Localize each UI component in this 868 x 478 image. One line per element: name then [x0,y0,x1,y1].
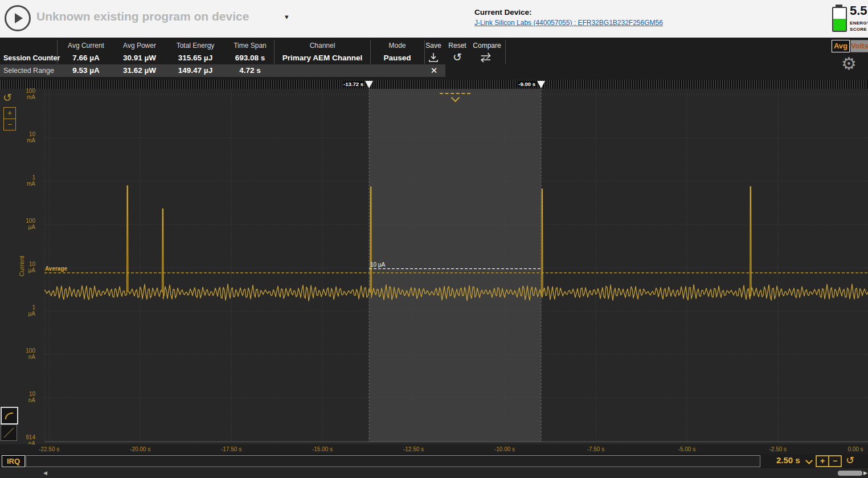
window-span-value[interactable]: 2.50 s [776,455,800,465]
y-tick-10-mA: 10mA [17,131,35,144]
x-tick: -10.00 s [494,446,515,452]
channel-value: Primary AEM Channel [274,54,371,62]
x-axis: -22.50 s-20.00 s-17.50 s-15.00 s-12.50 s… [0,444,868,454]
scroll-left-arrow-icon[interactable]: ◀ [43,470,47,476]
selection-end-time-label: -9.00 s [517,81,537,87]
selection-end-marker[interactable] [537,81,545,88]
log-curve-icon [2,408,17,423]
save-button[interactable] [420,52,447,64]
program-title: Unknown existing program on device [36,10,249,23]
selection-start-time-label: -13.72 s [342,81,365,87]
x-tick: -20.00 s [130,446,150,452]
y-tick-1-µA: 1µA [17,304,35,317]
linear-line-icon [1,425,17,440]
play-button[interactable] [5,5,31,31]
energy-profiler-window: Unknown existing program on device ▾ Cur… [0,0,868,478]
x-tick: -2.50 s [769,446,787,452]
x-tick: -22.50 s [39,446,59,452]
mode-header: Mode [370,42,424,50]
mode-value: Paused [370,54,424,62]
log-scale-toggle-button[interactable] [1,407,18,424]
span-decrease-button[interactable]: − [828,456,841,466]
compare-button[interactable] [473,52,501,64]
x-tick: -7.50 s [587,446,605,452]
current-chart[interactable]: 100mA10mA1mA100µA10µA1µA100nA10nA914pA C… [0,89,868,444]
battery-fill [833,19,846,31]
selected-avg-power: 31.62 µW [108,66,171,75]
scroll-right-arrow-icon[interactable]: ▶ [863,470,867,476]
top-toolbar: Unknown existing program on device ▾ Cur… [0,0,868,38]
irq-track[interactable] [26,455,760,467]
reset-button[interactable]: ↺ [444,52,471,64]
window-reset-icon[interactable]: ↺ [846,454,854,467]
chart-reset-zoom-icon[interactable]: ↺ [3,92,12,104]
chart-zoom-group: + − [3,107,16,130]
time-ruler[interactable]: -13.72 s -9.00 s [0,80,868,89]
x-tick: -15.00 s [312,446,333,452]
selection-start-marker[interactable] [365,81,373,88]
y-tick-100-nA: 100nA [17,348,35,360]
energy-score-label-2: SCORE [850,27,867,32]
col-header-total-energy: Total Energy [164,42,227,50]
close-selection-button[interactable]: ✕ [427,65,441,76]
waveform-plot [0,89,868,444]
session-counter-row-label: Session Counter [3,54,60,62]
selected-range-row-label: Selected Range [3,67,54,75]
energy-score-value: 5.5 [850,3,867,18]
window-span-stepper: + − [816,455,842,467]
play-icon [15,13,23,23]
span-increase-button[interactable]: + [817,456,828,466]
save-icon [427,52,440,63]
battery-icon [832,7,847,32]
zoom-in-button[interactable]: + [4,108,15,119]
col-header-time-span: Time Span [219,42,281,50]
compare-label: Compare [467,42,507,50]
y-axis-title: Current [18,249,25,283]
x-tick: -17.50 s [221,446,241,452]
col-header-avg-power: Avg Power [108,42,171,50]
save-label: Save [420,42,447,50]
selected-average-label: 10 µA [370,262,385,268]
y-tick-100-mA: 100mA [17,88,35,100]
zoom-out-button[interactable]: − [4,119,15,130]
x-tick: -5.00 s [678,446,696,452]
session-time-span: 693.08 s [219,54,281,62]
scrollbar-thumb[interactable] [838,471,862,476]
average-line-label: Average [45,265,67,272]
y-tick-10-nA: 10nA [17,391,35,403]
y-tick-100-µA: 100µA [17,218,35,230]
window-span-dropdown-chevron-icon[interactable] [805,457,813,464]
session-total-energy: 315.65 µJ [164,54,227,62]
stats-toolbar: Session Counter Selected Range Avg Curre… [0,38,868,80]
session-avg-power: 30.91 µW [108,54,171,62]
compare-icon [480,52,494,63]
program-dropdown-caret-icon[interactable]: ▾ [285,13,289,21]
selected-time-span: 4.72 s [219,66,281,75]
avg-toggle-button[interactable]: Avg [832,40,850,52]
irq-bar: IRQ 2.50 s + − ↺ [0,454,868,468]
device-link[interactable]: J-Link Silicon Labs (440057055) : EFR32B… [474,19,663,27]
volts-toggle-button[interactable]: Volts [850,40,868,52]
settings-gear-icon[interactable]: ⚙ [841,55,857,73]
channel-header: Channel [274,42,371,50]
current-device-label: Current Device: [474,8,532,17]
linear-scale-toggle-button[interactable] [1,424,17,441]
x-tick: -12.50 s [403,446,424,452]
selected-total-energy: 149.47 µJ [164,66,227,75]
reset-icon: ↺ [453,51,462,63]
energy-score-label-1: ENERGY [850,21,868,26]
irq-label: IRQ [2,455,25,467]
horizontal-scrollbar[interactable]: ◀ ▶ [0,468,868,478]
x-tick: 0.00 s [847,446,863,452]
y-tick-1-mA: 1mA [17,174,35,187]
